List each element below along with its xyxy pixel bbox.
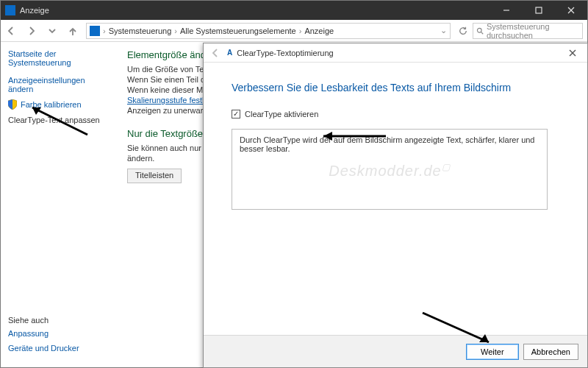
cleartype-logo-icon: A bbox=[227, 49, 232, 57]
see-also-personalization[interactable]: Anpassung bbox=[8, 329, 118, 338]
forward-button[interactable] bbox=[21, 21, 42, 41]
cancel-button[interactable]: Abbrechen bbox=[523, 344, 578, 360]
breadcrumb-mid[interactable]: Alle Systemsteuerungselemente bbox=[180, 26, 296, 35]
wizard-close-button[interactable] bbox=[558, 43, 587, 63]
control-panel-icon bbox=[90, 26, 100, 36]
wizard-heading: Verbessern Sie die Lesbarkeit des Texts … bbox=[232, 82, 559, 93]
back-icon[interactable] bbox=[207, 44, 224, 62]
see-also-devices[interactable]: Geräte und Drucker bbox=[8, 344, 118, 353]
app-icon bbox=[5, 5, 15, 15]
sidebar: Startseite der Systemsteuerung Anzeigeei… bbox=[1, 42, 118, 367]
see-also-header: Siehe auch bbox=[8, 316, 118, 325]
description-box: Durch ClearType wird der auf dem Bildsch… bbox=[232, 129, 548, 210]
shield-icon bbox=[8, 99, 17, 110]
breadcrumb-leaf[interactable]: Anzeige bbox=[304, 26, 334, 35]
wizard-footer: Weiter Abbrechen bbox=[204, 335, 587, 367]
recent-dropdown-icon[interactable] bbox=[42, 21, 62, 41]
breadcrumb-root[interactable]: Systemsteuerung bbox=[109, 26, 172, 35]
window-title: Anzeige bbox=[20, 6, 49, 15]
search-input[interactable]: Systemsteuerung durchsuchen bbox=[473, 23, 583, 39]
cleartype-checkbox[interactable]: ✓ ClearType aktivieren bbox=[232, 110, 559, 118]
titlebars-dropdown[interactable]: Titelleisten bbox=[127, 169, 182, 183]
search-icon bbox=[476, 26, 484, 35]
scaling-link[interactable]: Skalierungsstufe festl bbox=[127, 96, 204, 105]
up-button[interactable] bbox=[62, 21, 83, 41]
address-bar[interactable]: › Systemsteuerung › Alle Systemsteuerung… bbox=[86, 23, 451, 39]
wizard-titlebar: A ClearType-Textoptimierung bbox=[204, 43, 587, 63]
sidebar-item-display-settings[interactable]: Anzeigeeinstellungen ändern bbox=[8, 76, 111, 93]
description-text: Durch ClearType wird der auf dem Bildsch… bbox=[240, 135, 534, 153]
sidebar-item-label: Farbe kalibrieren bbox=[21, 100, 82, 109]
chevron-right-icon: › bbox=[103, 26, 106, 35]
sidebar-item-cleartype[interactable]: ClearType-Text anpassen bbox=[8, 116, 111, 124]
chevron-right-icon: › bbox=[174, 26, 177, 35]
svg-point-5 bbox=[477, 28, 481, 32]
sidebar-item-calibrate-color[interactable]: Farbe kalibrieren bbox=[8, 99, 111, 110]
refresh-button[interactable] bbox=[453, 26, 473, 35]
back-button[interactable] bbox=[1, 21, 21, 41]
checkbox-icon: ✓ bbox=[232, 110, 240, 118]
toolbar: › Systemsteuerung › Alle Systemsteuerung… bbox=[1, 20, 587, 42]
svg-line-6 bbox=[481, 32, 483, 34]
chevron-right-icon: › bbox=[299, 26, 302, 35]
sidebar-home-link[interactable]: Startseite der Systemsteuerung bbox=[8, 49, 111, 67]
titlebar: Anzeige bbox=[1, 1, 587, 20]
chevron-down-icon[interactable]: ⌄ bbox=[440, 26, 447, 35]
close-button[interactable] bbox=[555, 1, 587, 20]
svg-rect-1 bbox=[536, 7, 542, 13]
search-placeholder: Systemsteuerung durchsuchen bbox=[487, 22, 579, 40]
maximize-button[interactable] bbox=[523, 1, 555, 20]
cleartype-wizard: A ClearType-Textoptimierung Verbessern S… bbox=[203, 43, 588, 368]
checkbox-label: ClearType aktivieren bbox=[245, 110, 318, 118]
minimize-button[interactable] bbox=[490, 1, 523, 20]
next-button[interactable]: Weiter bbox=[466, 344, 519, 360]
watermark: Deskmodder.de▢ bbox=[232, 162, 547, 180]
see-also-label: Geräte und Drucker bbox=[8, 344, 79, 353]
sidebar-item-label: Anzeigeeinstellungen ändern bbox=[8, 76, 111, 93]
see-also-label: Anpassung bbox=[8, 329, 49, 338]
wizard-title: ClearType-Textoptimierung bbox=[237, 49, 333, 57]
